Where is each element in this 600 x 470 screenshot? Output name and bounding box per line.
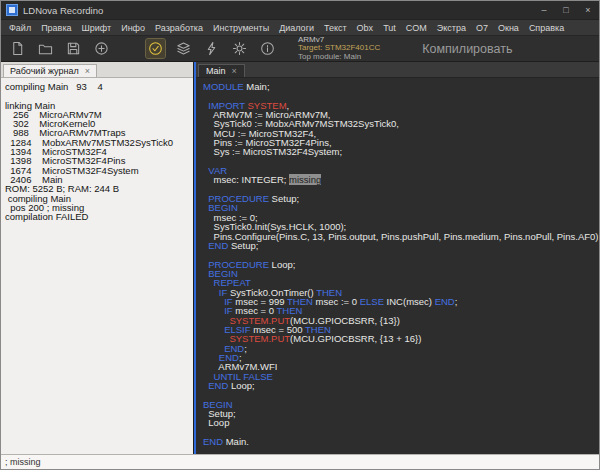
menu-item[interactable]: О7: [471, 23, 493, 33]
code-line: UNTIL FALSE: [203, 372, 599, 381]
menu-item[interactable]: Obx: [352, 23, 379, 33]
editor-tab-bar: Main ×: [196, 62, 599, 78]
window-title: LDNova Recordino: [23, 5, 533, 16]
log-line: compilation FAILED: [5, 212, 191, 221]
flash-icon[interactable]: [202, 39, 221, 58]
minimize-button[interactable]: –: [533, 1, 555, 19]
code-line: END;: [203, 344, 599, 353]
code-line: [203, 157, 599, 166]
compile-button[interactable]: Компилировать: [422, 42, 512, 56]
open-file-icon[interactable]: [36, 39, 55, 58]
tab-main-module[interactable]: Main ×: [198, 64, 245, 77]
build-info: ARMv7 Target: STM32F401CC Top module: Ma…: [298, 36, 380, 62]
top-module-label: Top module: Main: [298, 53, 380, 62]
code-line: Setup;: [203, 409, 599, 418]
status-bar: ; missing: [1, 454, 599, 469]
menu-item[interactable]: Экстра: [432, 23, 471, 33]
editor-tab-label: Main: [206, 66, 226, 76]
code-line: Sys := MicroSTM32F4System;: [203, 147, 599, 156]
check-icon[interactable]: [146, 39, 165, 58]
menu-item[interactable]: Правка: [36, 23, 76, 33]
code-line: PROCEDURE Loop;: [203, 260, 599, 269]
close-icon[interactable]: ×: [85, 67, 90, 76]
menu-item[interactable]: Разработка: [150, 23, 208, 33]
code-line: END Setup;: [203, 241, 599, 250]
code-line: Pins.Configure(Pins.C, 13, Pins.output, …: [203, 232, 599, 241]
code-editor[interactable]: MODULE Main; IMPORT SYSTEM, ARMv7M := Mi…: [196, 78, 599, 454]
layers-icon[interactable]: [174, 39, 193, 58]
code-line: MODULE Main;: [203, 82, 599, 91]
menu-item[interactable]: Окна: [493, 23, 524, 33]
new-file-icon[interactable]: [8, 39, 27, 58]
toolbar-icons: [8, 39, 286, 58]
code-line: END Main.: [203, 437, 599, 446]
title-bar: LDNova Recordino – □ ×: [1, 1, 599, 19]
menu-item[interactable]: COM: [401, 23, 432, 33]
code-line: SYSTEM.PUT(MCU.GPIOCBSRR, {13 + 16}): [203, 334, 599, 343]
code-line: BEGIN: [203, 203, 599, 212]
close-icon[interactable]: ×: [232, 67, 237, 76]
editor-panel: Main × MODULE Main; IMPORT SYSTEM, ARMv7…: [194, 62, 599, 454]
code-line: Loop: [203, 418, 599, 427]
menu-item[interactable]: Шрифт: [77, 23, 117, 33]
info-icon[interactable]: [258, 39, 277, 58]
menu-item[interactable]: Инструменты: [208, 23, 274, 33]
gear-icon[interactable]: [230, 39, 249, 58]
menu-bar: ФайлПравкаШрифтИнфоРазработкаИнструменты…: [1, 19, 599, 35]
menu-item[interactable]: Справка: [524, 23, 569, 33]
menu-item[interactable]: Инфо: [116, 23, 150, 33]
log-line: compiling Main 93 4: [5, 82, 191, 91]
menu-item[interactable]: Текст: [319, 23, 352, 33]
status-text: ; missing: [5, 457, 41, 467]
log-tab-bar: Рабочий журнал ×: [1, 62, 193, 78]
app-icon: [6, 4, 18, 16]
main-content: Рабочий журнал × compiling Main 93 4 lin…: [1, 62, 599, 454]
tab-work-log[interactable]: Рабочий журнал ×: [3, 64, 97, 77]
window-controls: – □ ×: [533, 1, 599, 19]
toolbar: ARMv7 Target: STM32F401CC Top module: Ma…: [1, 35, 599, 62]
save-icon[interactable]: [64, 39, 83, 58]
code-line: [203, 428, 599, 437]
code-line: msec: INTEGER; missing: [203, 175, 599, 184]
menu-item[interactable]: Файл: [4, 23, 36, 33]
menu-item[interactable]: Диалоги: [274, 23, 319, 33]
code-line: BEGIN: [203, 269, 599, 278]
code-line: BEGIN: [203, 400, 599, 409]
app-window: LDNova Recordino – □ × ФайлПравкаШрифтИн…: [0, 0, 600, 470]
code-line: PROCEDURE Setup;: [203, 194, 599, 203]
menu-item[interactable]: Tut: [378, 23, 401, 33]
code-line: [203, 390, 599, 399]
maximize-button[interactable]: □: [555, 1, 577, 19]
code-line: END Loop;: [203, 381, 599, 390]
close-button[interactable]: ×: [577, 1, 599, 19]
log-panel: Рабочий журнал × compiling Main 93 4 lin…: [1, 62, 194, 454]
log-tab-label: Рабочий журнал: [10, 66, 79, 76]
log-output: compiling Main 93 4 linking Main 256 Mic…: [1, 78, 193, 454]
add-icon[interactable]: [92, 39, 111, 58]
